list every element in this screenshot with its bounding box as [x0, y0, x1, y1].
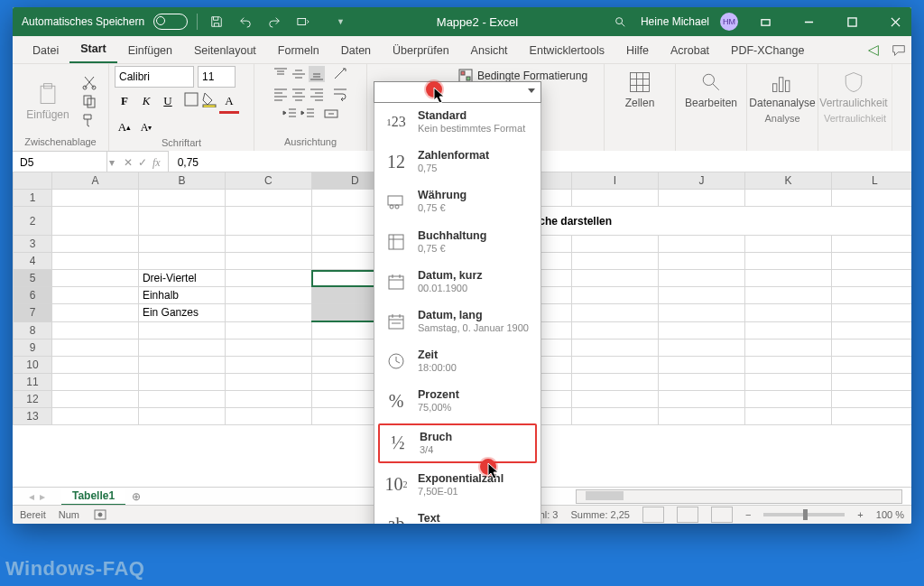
border-icon[interactable] — [183, 91, 199, 107]
wrap-text-icon[interactable] — [332, 86, 348, 102]
tab-ueberpruefen[interactable]: Überprüfen — [382, 38, 460, 63]
user-avatar[interactable]: HM — [720, 13, 738, 31]
cell-B7[interactable]: Ein Ganzes — [138, 304, 225, 322]
align-top-icon[interactable] — [273, 66, 289, 82]
zoom-in-button[interactable]: + — [857, 509, 863, 520]
sensitivity-button[interactable]: Vertraulichkeit — [824, 66, 883, 113]
redo-icon[interactable] — [264, 12, 284, 32]
cell-H2[interactable]: Excel Brüche darstellen — [485, 207, 911, 236]
col-B[interactable]: B — [138, 172, 225, 190]
col-K[interactable]: K — [744, 172, 831, 190]
view-pagebreak-icon[interactable] — [711, 507, 733, 523]
editing-button[interactable]: Bearbeiten — [681, 66, 741, 113]
number-format-bruch[interactable]: ½Bruch3/4 — [378, 423, 537, 463]
ribbon-display-icon[interactable] — [749, 7, 781, 36]
macro-record-icon[interactable] — [92, 507, 108, 523]
minimize-button[interactable] — [792, 7, 825, 36]
cut-icon[interactable] — [81, 74, 97, 90]
analysis-button[interactable]: Datenanalyse — [753, 66, 812, 113]
fill-color-icon[interactable] — [201, 91, 217, 107]
col-J[interactable]: J — [658, 172, 744, 190]
cancel-formula-icon[interactable]: ✕ — [124, 156, 133, 169]
font-size-select[interactable]: 11 — [198, 66, 236, 88]
tab-ansicht[interactable]: Ansicht — [460, 38, 519, 63]
number-format-prozent[interactable]: %Prozent75,00% — [374, 381, 541, 421]
font-name-select[interactable]: Calibri — [115, 66, 194, 88]
format-icon: ½ — [385, 431, 411, 456]
col-A[interactable]: A — [51, 172, 138, 190]
qat-more-icon[interactable] — [293, 12, 313, 32]
col-I[interactable]: I — [571, 172, 658, 190]
tab-entwicklertools[interactable]: Entwicklertools — [519, 38, 615, 63]
format-painter-icon[interactable] — [81, 112, 97, 128]
merge-center-icon[interactable] — [323, 106, 339, 122]
user-name[interactable]: Heine Michael — [641, 15, 709, 28]
sheet-next-icon[interactable]: ▸ — [40, 490, 45, 503]
number-format-standard[interactable]: 123StandardKein bestimmtes Format — [374, 102, 541, 142]
search-icon[interactable] — [610, 12, 630, 32]
format-icon — [383, 229, 409, 255]
zoom-out-button[interactable]: − — [745, 509, 751, 520]
fx-icon[interactable]: fx — [152, 156, 161, 170]
name-box[interactable]: D5 — [13, 152, 107, 173]
col-C[interactable]: C — [225, 172, 311, 190]
maximize-button[interactable] — [836, 7, 868, 36]
tab-acrobat[interactable]: Acrobat — [660, 38, 720, 63]
align-center-icon[interactable] — [291, 86, 307, 102]
cell-B6[interactable]: Einhalb — [138, 287, 225, 304]
tab-datei[interactable]: Datei — [22, 38, 69, 63]
paste-button[interactable]: Einfügen — [18, 78, 78, 125]
number-format-text[interactable]: abText0,75 — [374, 505, 541, 524]
svg-rect-27 — [389, 276, 403, 289]
number-format-datum-lang[interactable]: Datum, langSamstag, 0. Januar 1900 — [374, 302, 541, 341]
align-right-icon[interactable] — [309, 86, 325, 102]
increase-font-button[interactable]: A▴ — [115, 117, 134, 137]
number-format-dropdown: 123StandardKein bestimmtes Format12Zahle… — [374, 81, 541, 524]
autosave-toggle[interactable] — [153, 14, 188, 30]
comments-icon[interactable] — [886, 38, 911, 63]
tab-hilfe[interactable]: Hilfe — [615, 38, 660, 63]
undo-icon[interactable] — [236, 12, 255, 32]
align-bottom-icon[interactable] — [309, 66, 325, 82]
col-L[interactable]: L — [831, 172, 911, 190]
view-normal-icon[interactable] — [642, 507, 664, 523]
number-format-combo[interactable] — [374, 81, 541, 103]
number-format-buchhaltung[interactable]: Buchhaltung0,75 € — [374, 222, 541, 262]
italic-button[interactable]: K — [136, 91, 156, 111]
number-format-zeit[interactable]: Zeit18:00:00 — [374, 341, 541, 381]
underline-button[interactable]: U — [158, 91, 178, 111]
orientation-icon[interactable] — [332, 66, 348, 82]
enter-formula-icon[interactable]: ✓ — [138, 156, 147, 169]
number-format-exponentialzahl[interactable]: 102Exponentialzahl7,50E-01 — [374, 465, 541, 505]
tab-einfuegen[interactable]: Einfügen — [117, 38, 183, 63]
cond-format-label[interactable]: Bedingte Formatierung — [477, 70, 587, 82]
sheet-tab-tabelle1[interactable]: Tabelle1 — [61, 488, 125, 506]
increase-indent-icon[interactable] — [300, 106, 316, 122]
decrease-font-button[interactable]: A▾ — [136, 117, 156, 137]
number-format-datum-kurz[interactable]: Datum, kurz00.01.1900 — [374, 262, 541, 302]
zoom-value[interactable]: 100 % — [876, 509, 904, 520]
align-left-icon[interactable] — [273, 86, 289, 102]
cells-button[interactable]: Zellen — [610, 66, 670, 113]
copy-icon[interactable] — [81, 93, 97, 109]
decrease-indent-icon[interactable] — [282, 106, 298, 122]
font-color-icon[interactable]: A — [219, 91, 239, 114]
share-icon[interactable] — [861, 38, 886, 63]
tab-daten[interactable]: Daten — [330, 38, 382, 63]
close-button[interactable] — [879, 7, 911, 36]
horizontal-scrollbar[interactable] — [576, 489, 902, 504]
number-format-w-hrung[interactable]: Währung0,75 € — [374, 181, 541, 221]
number-format-zahlenformat[interactable]: 12Zahlenformat0,75 — [374, 142, 541, 181]
tab-seitenlayout[interactable]: Seitenlayout — [183, 38, 267, 63]
save-icon[interactable] — [207, 12, 226, 32]
tab-pdfxchange[interactable]: PDF-XChange — [720, 38, 815, 63]
align-middle-icon[interactable] — [291, 66, 307, 82]
zoom-slider[interactable] — [763, 513, 845, 516]
tab-start[interactable]: Start — [69, 36, 116, 63]
cell-B5[interactable]: Drei-Viertel — [138, 270, 225, 287]
sheet-prev-icon[interactable]: ◂ — [29, 490, 34, 503]
bold-button[interactable]: F — [115, 91, 134, 111]
add-sheet-button[interactable]: ⊕ — [125, 490, 147, 503]
view-layout-icon[interactable] — [677, 507, 698, 523]
tab-formeln[interactable]: Formeln — [267, 38, 330, 63]
